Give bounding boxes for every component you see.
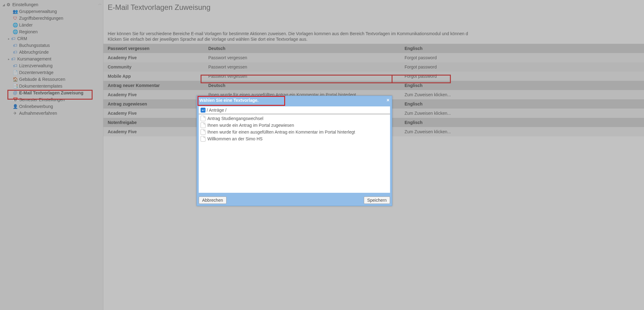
template-item[interactable]: Willkommen an der Simo HS bbox=[200, 135, 389, 142]
sidebar-item-geb-ude-ressourcen[interactable]: 🏠Gebäude & Ressourcen bbox=[0, 76, 103, 83]
col-header-de: Deutsch bbox=[206, 44, 402, 53]
sidebar-item-onlinebewerbung[interactable]: 👤Onlinebewerbung bbox=[0, 103, 103, 110]
template-list[interactable]: Antrag StudiengangswechselIhnen wurde ei… bbox=[199, 114, 390, 193]
sidebar-item-dozentenvertr-ge[interactable]: 📄Dozentenverträge bbox=[0, 69, 103, 76]
page-desc-line2: Klicken Sie einfach bei der jeweiligen S… bbox=[108, 36, 644, 42]
section-title: Antrag zugewiesen bbox=[103, 99, 206, 109]
row-app: Academy Five bbox=[103, 90, 206, 99]
template-item[interactable]: Ihnen wurde für einen ausgefüllten Antra… bbox=[200, 129, 389, 135]
row-template-en[interactable]: Forgot password bbox=[402, 72, 644, 81]
sidebar-item-crm[interactable]: ▸🏷CRM bbox=[0, 35, 103, 42]
page-desc-line1: Hier können Sie für verschiedene Bereich… bbox=[108, 31, 644, 36]
template-item-label: Willkommen an der Simo HS bbox=[207, 136, 263, 141]
row-template-en[interactable]: Forgot password bbox=[402, 62, 644, 72]
col-header-en: Englisch bbox=[402, 44, 644, 53]
sidebar-item-label: Onlinebewerbung bbox=[19, 104, 53, 109]
sidebar-item-l-nder[interactable]: 🌐Länder bbox=[0, 22, 103, 28]
item-icon: 🏠 bbox=[12, 76, 18, 82]
document-icon bbox=[201, 122, 206, 128]
section-title: Notenfreigabe bbox=[103, 118, 206, 127]
item-icon: 👥 bbox=[12, 9, 18, 14]
row-template-en[interactable]: Zum Zuweisen klicken... bbox=[402, 127, 644, 136]
item-icon: 👤 bbox=[12, 104, 18, 109]
row-app: Academy Five bbox=[103, 127, 206, 136]
sidebar-item-abbruchgr-nde[interactable]: 🏷Abbruchgründe bbox=[0, 49, 103, 56]
row-template-de[interactable]: Passwort vergessen bbox=[206, 53, 402, 62]
document-icon bbox=[201, 129, 206, 135]
assignment-row: Mobile AppPasswort vergessenForgot passw… bbox=[103, 72, 644, 81]
item-icon: 📄 bbox=[12, 70, 18, 75]
row-template-de[interactable]: Passwort vergessen bbox=[206, 62, 402, 72]
modal-title: Wählen Sie eine Textvorlage. bbox=[199, 98, 259, 103]
template-item[interactable]: Antrag Studiengangswechsel bbox=[200, 115, 389, 122]
page-title: E-Mail Textvorlagen Zuweisung bbox=[108, 3, 644, 12]
modal-breadcrumb[interactable]: ↩ / Anträge / bbox=[199, 106, 390, 114]
row-app: Mobile App bbox=[103, 72, 206, 81]
cancel-button[interactable]: Abbrechen bbox=[199, 196, 226, 204]
section-title: Passwort vergessen bbox=[103, 44, 206, 53]
sidebar-item-label: CRM bbox=[17, 36, 27, 41]
item-icon: 📅 bbox=[12, 97, 18, 102]
sidebar-item-label: Kursmanagement bbox=[17, 56, 52, 61]
col-header-de: Deutsch bbox=[206, 81, 402, 90]
sidebar-item-gruppenverwaltung[interactable]: 👥Gruppenverwaltung bbox=[0, 8, 103, 15]
document-icon bbox=[201, 136, 206, 142]
assignment-row: Academy FivePasswort vergessenForgot pas… bbox=[103, 53, 644, 62]
sidebar-item-aufnahmeverfahren[interactable]: ✈Aufnahmeverfahren bbox=[0, 110, 103, 117]
back-icon[interactable]: ↩ bbox=[201, 108, 206, 113]
sidebar-item-e-mail-textvorlagen-zuweisung[interactable]: @E-Mail Textvorlagen Zuweisung bbox=[0, 89, 103, 96]
scroll-up-icon[interactable]: ︿ bbox=[98, 1, 102, 6]
sidebar-item-label: Zugriffsberechtigungen bbox=[19, 16, 63, 21]
col-header-en: Englisch bbox=[402, 81, 644, 90]
sidebar-item-label: Buchungsstatus bbox=[19, 43, 50, 48]
template-item-label: Antrag Studiengangswechsel bbox=[207, 116, 263, 121]
sidebar: ︿ ◢ ⚙ Einstellungen 👥Gruppenverwaltung🛡Z… bbox=[0, 0, 103, 310]
row-template-en[interactable]: Forgot password bbox=[402, 53, 644, 62]
item-icon: 🌐 bbox=[12, 29, 18, 35]
row-template-en[interactable]: Zum Zuweisen klicken... bbox=[402, 90, 644, 99]
sidebar-item-dokumententemplates[interactable]: 📑Dokumententemplates bbox=[0, 83, 103, 89]
col-header-en: Englisch bbox=[402, 118, 644, 127]
sidebar-item-regionen[interactable]: 🌐Regionen bbox=[0, 28, 103, 35]
item-icon: 🏷 bbox=[10, 56, 16, 62]
sidebar-item-label: E-Mail Textvorlagen Zuweisung bbox=[19, 90, 83, 95]
sidebar-item-buchungsstatus[interactable]: 🏷Buchungsstatus bbox=[0, 42, 103, 49]
item-icon: ✈ bbox=[12, 110, 18, 116]
template-item-label: Ihnen wurde ein Antrag im Portal zugewie… bbox=[207, 123, 294, 128]
sidebar-item-label: Lizenzverwaltung bbox=[19, 63, 52, 68]
item-icon: 🛡 bbox=[12, 15, 18, 21]
item-icon: 🏷 bbox=[12, 63, 18, 68]
sidebar-item-lizenzverwaltung[interactable]: 🏷Lizenzverwaltung bbox=[0, 62, 103, 69]
sidebar-item-semester-einstellungen[interactable]: 📅Semester Einstellungen bbox=[0, 96, 103, 103]
row-app: Community bbox=[103, 62, 206, 72]
sidebar-item-kursmanagement[interactable]: ▸🏷Kursmanagement bbox=[0, 56, 103, 62]
sidebar-item-label: Dokumententemplates bbox=[19, 84, 62, 89]
row-app: Academy Five bbox=[103, 53, 206, 62]
sidebar-item-label: Aufnahmeverfahren bbox=[19, 111, 57, 116]
sidebar-item-label: Länder bbox=[19, 23, 33, 27]
sidebar-root-label: Einstellungen bbox=[12, 2, 38, 7]
sidebar-item-label: Gruppenverwaltung bbox=[19, 9, 57, 14]
save-button[interactable]: Speichern bbox=[364, 196, 390, 204]
sidebar-item-label: Semester Einstellungen bbox=[19, 97, 65, 102]
breadcrumb-path: / Anträge / bbox=[207, 108, 226, 113]
row-template-de[interactable]: Passwort vergessen bbox=[206, 72, 402, 81]
assignment-row: CommunityPasswort vergessenForgot passwo… bbox=[103, 62, 644, 72]
item-icon: 🌐 bbox=[12, 22, 18, 28]
sidebar-item-label: Regionen bbox=[19, 29, 38, 34]
row-app: Academy Five bbox=[103, 109, 206, 118]
item-icon: 🏷 bbox=[12, 43, 18, 48]
item-icon: 🏷 bbox=[10, 36, 16, 41]
caret-icon: ▸ bbox=[7, 57, 10, 61]
template-picker-modal: Wählen Sie eine Textvorlage. × ↩ / Anträ… bbox=[197, 96, 392, 206]
sidebar-item-label: Gebäude & Ressourcen bbox=[19, 77, 65, 82]
template-item-label: Ihnen wurde für einen ausgefüllten Antra… bbox=[207, 130, 355, 134]
item-icon: 🏷 bbox=[12, 49, 18, 55]
document-icon bbox=[201, 116, 206, 121]
template-item[interactable]: Ihnen wurde ein Antrag im Portal zugewie… bbox=[200, 122, 389, 129]
sidebar-root-einstellungen[interactable]: ◢ ⚙ Einstellungen bbox=[0, 1, 103, 8]
sidebar-item-zugriffsberechtigungen[interactable]: 🛡Zugriffsberechtigungen bbox=[0, 15, 103, 22]
modal-close-button[interactable]: × bbox=[387, 98, 389, 103]
col-header-en: Englisch bbox=[402, 99, 644, 109]
row-template-en[interactable]: Zum Zuweisen klicken... bbox=[402, 109, 644, 118]
